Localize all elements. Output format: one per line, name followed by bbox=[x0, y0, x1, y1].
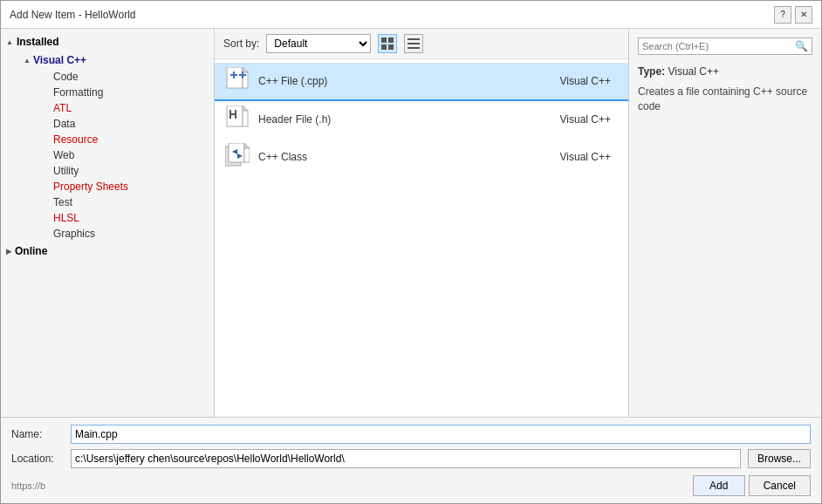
svg-rect-2 bbox=[381, 44, 387, 50]
browse-button[interactable]: Browse... bbox=[748, 449, 811, 468]
header-icon-svg bbox=[225, 106, 250, 133]
dialog-title: Add New Item - HelloWorld bbox=[10, 9, 136, 21]
sidebar-item-resource[interactable]: Resource bbox=[29, 132, 214, 147]
sidebar-item-code[interactable]: Code bbox=[29, 69, 214, 85]
sidebar-item-test[interactable]: Test bbox=[29, 194, 214, 210]
cpp-file-icon bbox=[223, 67, 251, 95]
sidebar-item-utility[interactable]: Utility bbox=[29, 163, 214, 179]
type-description: Creates a file containing C++ source cod… bbox=[638, 85, 812, 114]
type-label: Type: bbox=[638, 65, 665, 78]
center-panel: Sort by: Default Name Category bbox=[215, 29, 629, 417]
help-button[interactable]: ? bbox=[774, 6, 791, 24]
cpp-class-icon bbox=[223, 143, 251, 171]
sidebar-item-hlsl[interactable]: HLSL bbox=[29, 210, 214, 226]
add-button[interactable]: Add bbox=[693, 475, 745, 496]
installed-children: Visual C++ Code Formatting ATL Data Reso… bbox=[1, 51, 214, 242]
title-bar: Add New Item - HelloWorld ? ✕ bbox=[1, 1, 821, 29]
items-list: C++ File (.cpp) Visual C++ bbox=[215, 59, 628, 417]
header-file-category: Visual C++ bbox=[560, 113, 611, 126]
svg-rect-0 bbox=[381, 37, 387, 43]
type-row: Type: Visual C++ bbox=[638, 65, 812, 78]
cpp-icon-svg bbox=[225, 67, 250, 95]
header-file-icon bbox=[223, 106, 251, 133]
sidebar-item-data[interactable]: Data bbox=[29, 116, 214, 132]
svg-rect-14 bbox=[242, 72, 243, 78]
close-button[interactable]: ✕ bbox=[795, 6, 812, 24]
svg-rect-25 bbox=[244, 148, 250, 162]
sidebar-item-atl[interactable]: ATL bbox=[29, 100, 214, 116]
cpp-file-category: Visual C++ bbox=[560, 75, 611, 87]
title-bar-controls: ? ✕ bbox=[774, 6, 812, 24]
svg-rect-6 bbox=[408, 47, 420, 49]
class-icon-svg bbox=[225, 143, 250, 171]
cpp-class-name: C++ Class bbox=[258, 151, 560, 163]
sidebar-item-property-sheets[interactable]: Property Sheets bbox=[29, 179, 214, 194]
search-input[interactable] bbox=[642, 41, 791, 51]
type-value: Visual C++ bbox=[668, 65, 718, 78]
bottom-panel: Name: Location: Browse... https://b Add … bbox=[1, 417, 821, 503]
grid-view-button[interactable] bbox=[378, 34, 397, 53]
location-row: Location: Browse... bbox=[11, 449, 811, 468]
cpp-file-name: C++ File (.cpp) bbox=[258, 75, 560, 87]
installed-node[interactable]: Installed bbox=[1, 32, 214, 51]
svg-rect-4 bbox=[408, 38, 420, 40]
left-panel: Installed Visual C++ Code Formatting ATL… bbox=[1, 29, 215, 417]
main-content: Installed Visual C++ Code Formatting ATL… bbox=[1, 29, 821, 417]
status-text: https://b bbox=[11, 480, 689, 491]
visual-cpp-node[interactable]: Visual C++ bbox=[15, 51, 214, 69]
svg-rect-21 bbox=[235, 110, 236, 119]
sidebar-item-web[interactable]: Web bbox=[29, 147, 214, 163]
location-input[interactable] bbox=[71, 449, 741, 468]
online-node[interactable]: Online bbox=[1, 242, 214, 261]
sidebar-item-graphics[interactable]: Graphics bbox=[29, 226, 214, 242]
cancel-button[interactable]: Cancel bbox=[749, 475, 811, 496]
svg-rect-3 bbox=[388, 44, 394, 50]
search-box[interactable]: 🔍 bbox=[638, 37, 812, 55]
installed-label: Installed bbox=[17, 36, 59, 48]
svg-rect-12 bbox=[233, 72, 235, 78]
dialog: Add New Item - HelloWorld ? ✕ Installed … bbox=[0, 0, 822, 504]
list-icon bbox=[408, 37, 420, 50]
cpp-children: Code Formatting ATL Data Resource Web Ut… bbox=[15, 69, 214, 242]
sort-select[interactable]: Default Name Category bbox=[266, 34, 371, 53]
buttons-row: https://b Add Cancel bbox=[11, 475, 811, 496]
search-icon: 🔍 bbox=[795, 40, 808, 52]
item-cpp-class[interactable]: C++ Class Visual C++ bbox=[215, 139, 628, 176]
header-file-name: Header File (.h) bbox=[258, 113, 560, 126]
name-input[interactable] bbox=[71, 425, 811, 444]
svg-marker-24 bbox=[244, 143, 250, 148]
toolbar: Sort by: Default Name Category bbox=[215, 29, 628, 59]
visual-cpp-label: Visual C++ bbox=[33, 54, 86, 66]
name-row: Name: bbox=[11, 425, 811, 444]
online-label: Online bbox=[15, 245, 47, 257]
svg-rect-5 bbox=[408, 43, 420, 44]
name-label: Name: bbox=[11, 428, 64, 440]
list-view-button[interactable] bbox=[404, 34, 423, 53]
location-label: Location: bbox=[11, 453, 64, 465]
item-cpp-file[interactable]: C++ File (.cpp) Visual C++ bbox=[215, 63, 628, 101]
sort-label: Sort by: bbox=[223, 37, 259, 50]
grid-icon bbox=[381, 37, 394, 50]
right-panel: 🔍 Type: Visual C++ Creates a file contai… bbox=[629, 29, 821, 417]
item-header-file[interactable]: Header File (.h) Visual C++ bbox=[215, 101, 628, 139]
svg-rect-17 bbox=[243, 111, 248, 126]
sidebar-item-formatting[interactable]: Formatting bbox=[29, 85, 214, 100]
svg-rect-1 bbox=[388, 37, 394, 43]
cpp-class-category: Visual C++ bbox=[560, 151, 611, 163]
